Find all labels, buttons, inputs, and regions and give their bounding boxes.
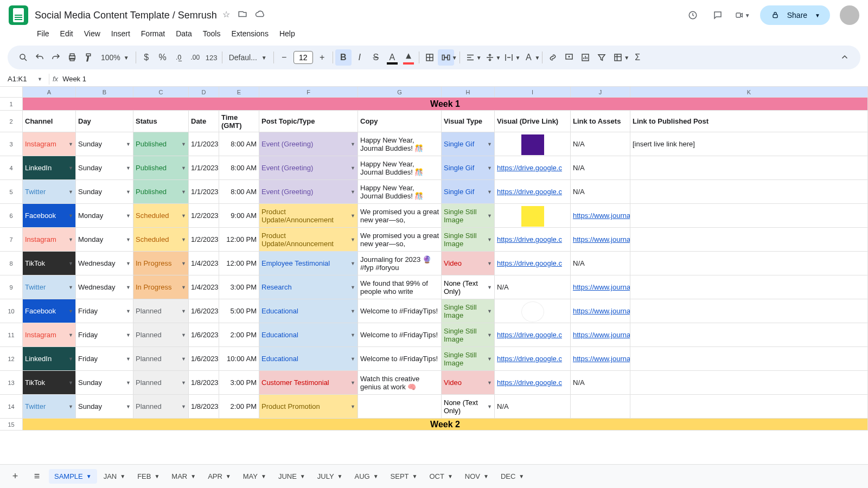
fontsize-increase[interactable]: + (314, 49, 330, 66)
fill-color-button[interactable] (400, 49, 417, 66)
copy-cell[interactable]: Watch this creative genius at work 🧠 (358, 371, 442, 394)
topic-cell[interactable]: Educational▼ (259, 347, 358, 370)
visual-cell[interactable]: https://drive.google.c (495, 371, 571, 394)
published-cell[interactable] (630, 156, 868, 179)
channel-cell[interactable]: LinkedIn▼ (23, 156, 76, 179)
topic-cell[interactable]: Product Update/Announcement▼ (259, 228, 358, 251)
channel-cell[interactable]: TikTok▼ (23, 371, 76, 394)
topic-cell[interactable]: Research▼ (259, 275, 358, 299)
link-icon[interactable] (545, 49, 561, 66)
col-header-H[interactable]: H (442, 87, 495, 97)
header-assets[interactable]: Link to Assets (571, 111, 630, 132)
italic-button[interactable]: I (352, 49, 368, 66)
assets-cell[interactable]: N/A (571, 180, 630, 203)
published-cell[interactable]: [insert live link here] (630, 132, 868, 156)
published-cell[interactable] (630, 323, 868, 346)
header-published[interactable]: Link to Published Post (630, 111, 868, 132)
channel-cell[interactable]: Instagram▼ (23, 132, 76, 156)
assets-cell[interactable]: https://www.journalingwithfriends.com/bl… (571, 299, 630, 323)
published-cell[interactable] (630, 275, 868, 299)
sheet-tab-feb[interactable]: FEB▼ (132, 469, 165, 484)
channel-cell[interactable]: Facebook▼ (23, 299, 76, 323)
visual-type-cell[interactable]: Single Still Image▼ (442, 228, 495, 251)
published-cell[interactable] (630, 252, 868, 275)
copy-cell[interactable]: Happy New Year, Journal Buddies! 🎊 (358, 180, 442, 203)
copy-cell[interactable]: Journaling for 2023 🔮 #fyp #foryou (358, 252, 442, 275)
menu-format[interactable]: Format (137, 27, 169, 40)
channel-cell[interactable]: TikTok▼ (23, 252, 76, 275)
published-cell[interactable] (630, 299, 868, 323)
sheet-tab-aug[interactable]: AUG▼ (349, 469, 384, 484)
visual-cell[interactable]: https://drive.google.c (495, 228, 571, 251)
date-cell[interactable]: 1/2/2023 (189, 204, 219, 227)
sheet-tab-oct[interactable]: OCT▼ (424, 469, 458, 484)
share-button[interactable]: Share ▼ (760, 5, 830, 25)
time-cell[interactable]: 12:00 PM (219, 228, 259, 251)
published-cell[interactable] (630, 228, 868, 251)
row-header[interactable]: 5 (0, 180, 23, 203)
status-cell[interactable]: Planned▼ (133, 323, 189, 346)
col-header-C[interactable]: C (133, 87, 189, 97)
meet-icon[interactable]: ▼ (735, 8, 750, 23)
text-color-button[interactable]: A (384, 49, 400, 66)
day-cell[interactable]: Sunday▼ (76, 395, 133, 418)
sheet-tab-jan[interactable]: JAN▼ (98, 469, 131, 484)
name-box[interactable]: A1:K1▼ (2, 75, 46, 83)
col-header-I[interactable]: I (495, 87, 571, 97)
visual-cell[interactable] (495, 299, 571, 323)
row-header[interactable]: 4 (0, 156, 23, 179)
day-cell[interactable]: Sunday▼ (76, 180, 133, 203)
copy-cell[interactable]: We promised you a great new year—so, (358, 228, 442, 251)
channel-cell[interactable]: LinkedIn▼ (23, 347, 76, 370)
visual-cell[interactable]: https://drive.google.c (495, 252, 571, 275)
comment-icon[interactable] (561, 49, 577, 66)
select-all-corner[interactable] (0, 87, 23, 97)
time-cell[interactable]: 2:00 PM (219, 323, 259, 346)
assets-cell[interactable]: https://www.journalingwithfrien (571, 347, 630, 370)
status-cell[interactable]: Scheduled▼ (133, 228, 189, 251)
col-header-E[interactable]: E (219, 87, 259, 97)
status-cell[interactable]: Planned▼ (133, 395, 189, 418)
row-header[interactable]: 9 (0, 275, 23, 299)
move-icon[interactable] (238, 9, 247, 21)
channel-cell[interactable]: Facebook▼ (23, 204, 76, 227)
undo-icon[interactable] (31, 49, 48, 66)
row-header[interactable]: 1 (0, 98, 23, 110)
week1-header[interactable]: Week 1 (23, 98, 868, 110)
visual-type-cell[interactable]: Single Gif▼ (442, 180, 495, 203)
assets-cell[interactable]: N/A (571, 252, 630, 275)
day-cell[interactable]: Monday▼ (76, 204, 133, 227)
sheet-tab-sept[interactable]: SEPT▼ (385, 469, 423, 484)
menu-view[interactable]: View (80, 27, 105, 40)
document-title[interactable]: Social Media Content Template / Semrush (35, 10, 217, 21)
copy-cell[interactable]: Welcome to #FridayTips! (358, 347, 442, 370)
col-header-G[interactable]: G (358, 87, 442, 97)
date-cell[interactable]: 1/8/2023 (189, 371, 219, 394)
row-header[interactable]: 11 (0, 323, 23, 346)
formula-value[interactable]: Week 1 (62, 75, 86, 83)
row-header[interactable]: 6 (0, 204, 23, 227)
header-status[interactable]: Status (133, 111, 189, 132)
published-cell[interactable] (630, 204, 868, 227)
copy-cell[interactable]: We found that 99% of people who write (358, 275, 442, 299)
visual-type-cell[interactable]: Single Gif▼ (442, 132, 495, 156)
time-cell[interactable]: 5:00 PM (219, 299, 259, 323)
visual-cell[interactable] (495, 204, 571, 227)
decimal-decrease-icon[interactable]: .0̲ (171, 49, 187, 66)
channel-cell[interactable]: Twitter▼ (23, 395, 76, 418)
sheet-tab-may[interactable]: MAY▼ (238, 469, 272, 484)
visual-cell[interactable] (495, 132, 571, 156)
day-cell[interactable]: Sunday▼ (76, 132, 133, 156)
print-icon[interactable] (64, 49, 80, 66)
topic-cell[interactable]: Educational▼ (259, 299, 358, 323)
cloud-icon[interactable] (255, 9, 265, 21)
visual-type-cell[interactable]: None (Text Only)▼ (442, 395, 495, 418)
menu-extensions[interactable]: Extensions (227, 27, 272, 40)
published-cell[interactable] (630, 347, 868, 370)
sheet-tab-mar[interactable]: MAR▼ (166, 469, 201, 484)
percent-icon[interactable]: % (155, 49, 171, 66)
assets-cell[interactable]: N/A (571, 132, 630, 156)
time-cell[interactable]: 8:00 AM (219, 180, 259, 203)
add-sheet-button[interactable]: + (5, 467, 25, 486)
collapse-toolbar-icon[interactable] (837, 49, 853, 66)
